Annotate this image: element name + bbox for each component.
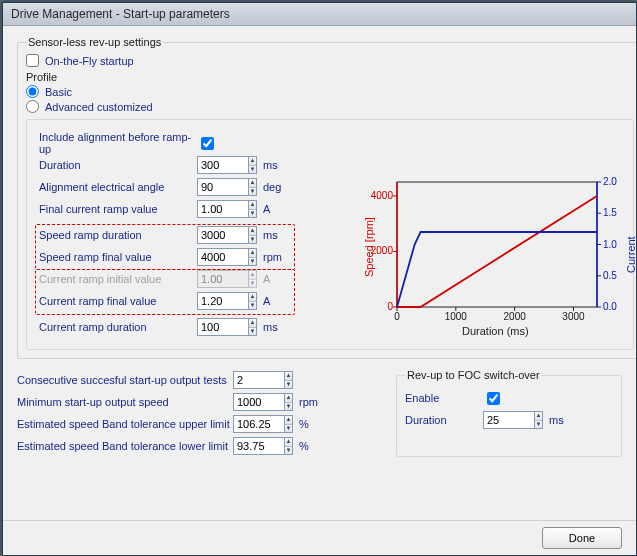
done-button[interactable]: Done — [542, 527, 622, 549]
speed-dur-unit: ms — [263, 229, 291, 241]
align-duration-label: Duration — [39, 159, 197, 171]
svg-rect-0 — [397, 182, 597, 307]
spinner-buttons[interactable]: ▲▼ — [285, 371, 293, 389]
profile-basic-label: Basic — [45, 86, 72, 98]
align-duration-input[interactable] — [197, 156, 249, 174]
cur-dur-unit: ms — [263, 321, 291, 333]
dialog-content: Sensor-less rev-up settings On-the-Fly s… — [3, 26, 636, 520]
bandupper-input[interactable] — [233, 415, 285, 433]
spinner-buttons[interactable]: ▲▼ — [535, 411, 543, 429]
final-ramp-input[interactable] — [197, 200, 249, 218]
spinner-buttons[interactable]: ▲▼ — [249, 156, 257, 174]
profile-heading: Profile — [26, 71, 634, 83]
spinner-buttons[interactable]: ▲▼ — [249, 226, 257, 244]
sensorless-legend: Sensor-less rev-up settings — [26, 36, 163, 48]
startup-tests-group: Consecutive succesful start-up output te… — [17, 369, 384, 457]
switch-dur-label: Duration — [405, 414, 483, 426]
revup-chart: 0200040000.00.51.01.52.00100020003000Dur… — [357, 176, 627, 341]
switchover-legend: Rev-up to FOC switch-over — [405, 369, 542, 381]
cur-dur-input[interactable] — [197, 318, 249, 336]
speed-final-label: Speed ramp final value — [39, 251, 197, 263]
cur-init-label: Current ramp initial value — [39, 273, 197, 285]
cur-init-input — [197, 270, 249, 288]
spinner-buttons[interactable]: ▲▼ — [285, 393, 293, 411]
align-angle-label: Alignment electrical angle — [39, 181, 197, 193]
sensorless-group: Sensor-less rev-up settings On-the-Fly s… — [17, 36, 636, 359]
consec-label: Consecutive succesful start-up output te… — [17, 374, 233, 386]
spinner-buttons[interactable]: ▲▼ — [249, 318, 257, 336]
spinner-buttons[interactable]: ▲▼ — [285, 437, 293, 455]
switch-dur-input[interactable] — [483, 411, 535, 429]
switch-dur-unit: ms — [549, 414, 577, 426]
profile-basic-radio[interactable] — [26, 85, 39, 98]
onthefly-checkbox[interactable] — [26, 54, 39, 67]
spinner-buttons[interactable]: ▲▼ — [249, 178, 257, 196]
cur-init-unit: A — [263, 273, 291, 285]
speed-dur-input[interactable] — [197, 226, 249, 244]
speed-dur-label: Speed ramp duration — [39, 229, 197, 241]
profile-advanced-label: Advanced customized — [45, 101, 153, 113]
minspeed-input[interactable] — [233, 393, 285, 411]
final-ramp-label: Final current ramp value — [39, 203, 197, 215]
align-duration-unit: ms — [263, 159, 291, 171]
titlebar: Drive Management - Start-up parameters — [3, 3, 636, 26]
onthefly-label: On-the-Fly startup — [45, 55, 134, 67]
switch-enable-label: Enable — [405, 392, 483, 404]
spinner-buttons: ▲▼ — [249, 270, 257, 288]
profile-advanced-radio[interactable] — [26, 100, 39, 113]
spinner-buttons[interactable]: ▲▼ — [249, 248, 257, 266]
spinner-buttons[interactable]: ▲▼ — [285, 415, 293, 433]
include-align-checkbox[interactable] — [201, 137, 214, 150]
align-angle-input[interactable] — [197, 178, 249, 196]
switch-enable-checkbox[interactable] — [487, 392, 500, 405]
bandupper-label: Estimated speed Band tolerance upper lim… — [17, 418, 233, 430]
profile-params-box: Include alignment before ramp-up Duratio… — [26, 119, 634, 350]
bandlower-input[interactable] — [233, 437, 285, 455]
switchover-group: Rev-up to FOC switch-over Enable Duratio… — [396, 369, 622, 457]
minspeed-label: Minimum start-up output speed — [17, 396, 233, 408]
speed-final-unit: rpm — [263, 251, 291, 263]
consec-input[interactable] — [233, 371, 285, 389]
include-align-label: Include alignment before ramp-up — [39, 131, 197, 155]
spinner-buttons[interactable]: ▲▼ — [249, 200, 257, 218]
window-title: Drive Management - Start-up parameters — [11, 7, 230, 21]
cur-final-label: Current ramp final value — [39, 295, 197, 307]
cur-final-unit: A — [263, 295, 291, 307]
bandupper-unit: % — [299, 418, 327, 430]
bandlower-label: Estimated speed Band tolerance lower lim… — [17, 440, 233, 452]
spinner-buttons[interactable]: ▲▼ — [249, 292, 257, 310]
final-ramp-unit: A — [263, 203, 291, 215]
dialog-window: Drive Management - Start-up parameters S… — [2, 2, 637, 556]
cur-final-input[interactable] — [197, 292, 249, 310]
align-angle-unit: deg — [263, 181, 291, 193]
cur-dur-label: Current ramp duration — [39, 321, 197, 333]
dialog-footer: Done — [3, 520, 636, 555]
bandlower-unit: % — [299, 440, 327, 452]
minspeed-unit: rpm — [299, 396, 327, 408]
speed-final-input[interactable] — [197, 248, 249, 266]
